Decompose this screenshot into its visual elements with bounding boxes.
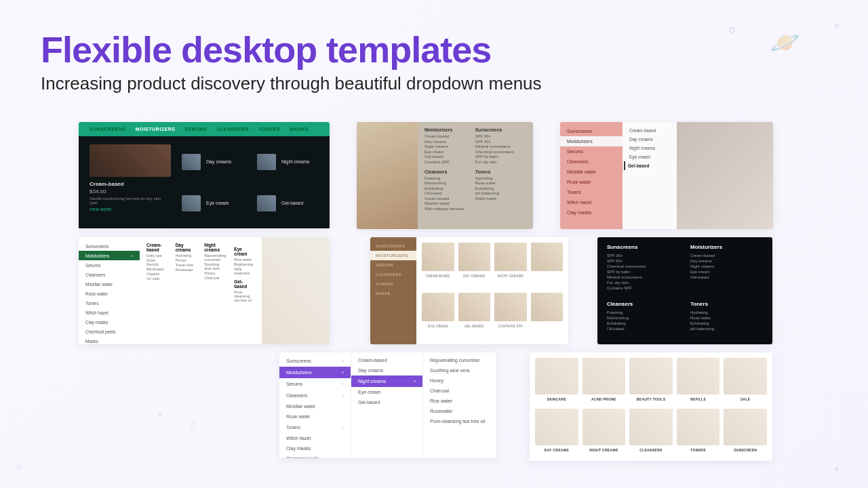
- nav-item-active[interactable]: MOISTURIZERS: [136, 127, 176, 131]
- grid-item[interactable]: EYE CREAM: [422, 293, 454, 339]
- menu-item[interactable]: Oil-based: [607, 327, 679, 331]
- sidebar-item[interactable]: Witch hazel: [560, 197, 623, 207]
- menu-item[interactable]: Hydrating: [690, 310, 763, 314]
- sidebar-item[interactable]: Micellar water: [79, 279, 140, 289]
- sidebar-item[interactable]: Serums: [560, 146, 623, 157]
- menu-item[interactable]: Micellar water: [279, 401, 351, 411]
- sidebar-item[interactable]: Toners: [560, 187, 623, 197]
- menu-item[interactable]: SPF 50+: [607, 259, 679, 263]
- menu-item[interactable]: SPF 50+: [475, 140, 514, 144]
- menu-item[interactable]: Witch hazel: [279, 433, 351, 443]
- sidebar-item[interactable]: TONERS: [370, 279, 416, 289]
- menu-item[interactable]: Gel-based: [351, 397, 422, 407]
- menu-item[interactable]: Hydrating: [176, 253, 197, 258]
- menu-item[interactable]: Gel-based: [624, 161, 671, 170]
- menu-item[interactable]: Moisturizing: [607, 316, 679, 320]
- sidebar-item[interactable]: Cleansers: [560, 157, 623, 167]
- menu-item[interactable]: Clay masks: [279, 443, 351, 453]
- menu-item[interactable]: Foaming: [425, 176, 465, 180]
- menu-item[interactable]: Witch hazel: [475, 197, 514, 201]
- nav-item[interactable]: SUNSCREENS: [90, 127, 126, 131]
- featured-product[interactable]: Cream-based $34.00 Gentle moisturizing f…: [90, 144, 171, 220]
- menu-item[interactable]: Travel size: [176, 263, 197, 267]
- menu-item[interactable]: Night creams: [690, 264, 763, 268]
- menu-item[interactable]: Night creams: [425, 144, 465, 148]
- menu-item[interactable]: Chemical sunscreens: [607, 264, 679, 268]
- grid-item[interactable]: DAY CREAMS: [458, 243, 491, 289]
- menu-item[interactable]: Serums›: [279, 378, 351, 390]
- sidebar-item[interactable]: CLEANSERS: [370, 270, 416, 279]
- grid-item[interactable]: [531, 293, 564, 339]
- grid-item[interactable]: NIGHT CREAMS: [494, 243, 527, 289]
- menu-item[interactable]: Eye cream: [351, 387, 422, 397]
- sidebar-item[interactable]: Chemical peels: [79, 327, 140, 336]
- menu-item[interactable]: Primer: [176, 258, 197, 262]
- category-tile[interactable]: ACNE-PRONE: [583, 358, 626, 405]
- sidebar-item[interactable]: SERUMS: [370, 260, 416, 270]
- grid-item[interactable]: CREAM-BASED: [422, 243, 454, 289]
- category-tile[interactable]: REFILLS: [677, 358, 720, 405]
- menu-item[interactable]: Cleansers›: [279, 390, 351, 401]
- sidebar-item[interactable]: SUNSCREENS: [370, 241, 416, 251]
- sidebar-item[interactable]: Clay masks: [79, 317, 140, 327]
- category-tile[interactable]: NIGHT CREAMS: [583, 409, 626, 455]
- menu-item[interactable]: For oily skin: [475, 160, 514, 164]
- menu-item[interactable]: SPF 30+: [475, 134, 514, 138]
- menu-item[interactable]: Mineral sunscreens: [475, 144, 514, 148]
- nav-item[interactable]: SERUMS: [185, 127, 208, 131]
- menu-item[interactable]: SPF lip balm: [475, 155, 514, 159]
- menu-item[interactable]: Eye cream: [628, 152, 671, 161]
- menu-item[interactable]: SPF 30+: [607, 253, 679, 258]
- nav-item[interactable]: TONERS: [258, 127, 280, 131]
- sidebar-item[interactable]: Serums: [79, 260, 140, 270]
- grid-item[interactable]: GEL-BASED: [458, 293, 491, 339]
- menu-item[interactable]: Eye cream: [425, 150, 465, 154]
- menu-item[interactable]: Mineral sunscreens: [607, 275, 679, 279]
- menu-item[interactable]: Rejuvenating cucumber: [423, 355, 495, 365]
- menu-item[interactable]: Medicated: [146, 267, 167, 271]
- menu-item[interactable]: Daily use: [146, 253, 167, 258]
- menu-item[interactable]: Acne-friendly: [146, 258, 167, 266]
- menu-item[interactable]: Exfoliating: [607, 321, 679, 325]
- menu-item[interactable]: Pore-cleansing tea tree oil: [234, 290, 255, 302]
- menu-item[interactable]: Hydrating: [475, 176, 514, 180]
- menu-item[interactable]: On sale: [146, 277, 167, 281]
- nav-item[interactable]: CLEANSERS: [216, 127, 249, 131]
- menu-item[interactable]: Day creams: [425, 140, 465, 144]
- menu-item[interactable]: Soothing aloe vera: [204, 262, 226, 270]
- menu-item[interactable]: Micellar water: [425, 201, 465, 205]
- menu-item[interactable]: Chemical peels: [279, 453, 351, 458]
- menu-item[interactable]: SPF lip balm: [607, 270, 679, 274]
- menu-item[interactable]: Cream-based: [425, 134, 465, 138]
- menu-item[interactable]: Day creams: [690, 259, 763, 263]
- menu-item[interactable]: For oily skin: [607, 281, 679, 285]
- menu-item[interactable]: Day creams: [351, 365, 422, 375]
- nav-item[interactable]: MASKS: [290, 127, 309, 131]
- sidebar-item[interactable]: Cleansers: [79, 270, 140, 279]
- menu-item[interactable]: Exfoliating: [425, 186, 465, 190]
- menu-item[interactable]: Oil-based: [425, 191, 465, 195]
- sidebar-item[interactable]: Rose water: [79, 289, 140, 298]
- sidebar-item[interactable]: MASKS: [370, 289, 416, 298]
- menu-item[interactable]: Cream-based: [425, 197, 465, 201]
- menu-item[interactable]: Rosewater: [176, 268, 197, 272]
- menu-item[interactable]: Exfoliating: [475, 186, 514, 190]
- menu-item[interactable]: Rose water: [475, 181, 514, 185]
- menu-item[interactable]: Foaming: [607, 310, 679, 314]
- menu-item[interactable]: Eye cream: [690, 270, 763, 274]
- menu-item[interactable]: Cream-based: [351, 355, 422, 365]
- grid-item[interactable]: CONTAINS SPF: [494, 293, 527, 339]
- menu-item[interactable]: Cream-based: [690, 253, 763, 258]
- menu-item[interactable]: Rose water: [279, 411, 351, 422]
- menu-item[interactable]: pH balancing: [475, 191, 514, 195]
- menu-item[interactable]: Charcoal: [423, 386, 495, 396]
- sidebar-item[interactable]: Sunscreens: [560, 126, 623, 136]
- menu-item[interactable]: Contains SPF: [425, 160, 465, 164]
- sidebar-item[interactable]: Moisturizers: [560, 136, 623, 146]
- menu-option[interactable]: Night creams: [257, 144, 319, 179]
- menu-item[interactable]: Organic: [146, 272, 167, 276]
- menu-item[interactable]: Rosewater: [423, 406, 495, 416]
- menu-item[interactable]: Chemical sunscreens: [475, 150, 514, 154]
- menu-item[interactable]: Brightening: [234, 262, 255, 266]
- menu-item[interactable]: Rice water: [234, 258, 255, 262]
